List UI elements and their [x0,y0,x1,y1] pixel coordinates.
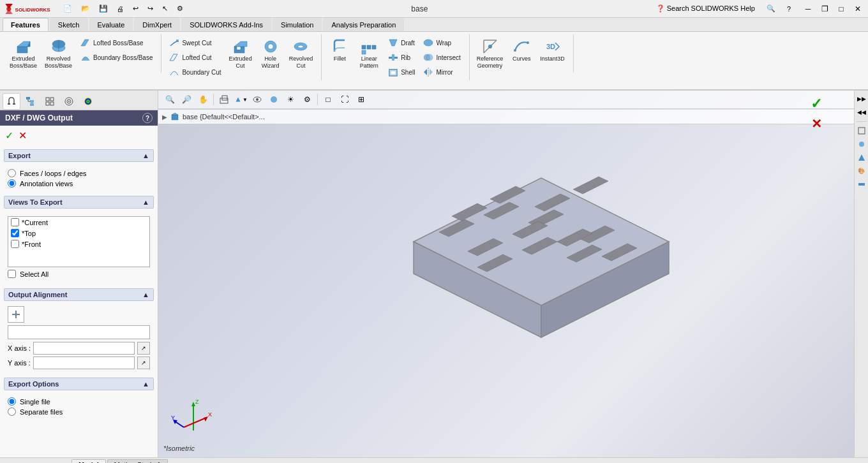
align-icon-box[interactable] [8,306,24,323]
swept-cut-btn[interactable]: Swept Cut [165,36,224,50]
options-btn[interactable]: ⚙ [172,3,188,15]
tab-dimxpert[interactable]: DimXpert [134,18,180,31]
question-btn[interactable]: ? [782,3,795,15]
boundary-cut-btn[interactable]: Boundary Cut [165,65,224,79]
view-display-btn[interactable]: ▼ [233,92,248,107]
mirror-btn[interactable]: Mirror [419,65,463,79]
single-file-radio[interactable] [8,397,16,406]
linear-pattern-btn[interactable]: LinearPattern [355,36,383,79]
scene-btn[interactable]: ☀ [283,92,298,107]
front-view-check[interactable] [11,240,19,248]
rs-btn-2[interactable] [856,138,867,150]
tab-model[interactable]: Model [71,459,106,463]
panel-tab-magnet[interactable] [3,93,20,110]
curves-btn[interactable]: Curves [507,36,535,71]
zoom-area-btn[interactable]: 🔎 [179,92,194,107]
panel-help-icon[interactable]: ? [142,113,153,123]
redo-btn[interactable]: ↪ [143,3,158,15]
tab-motion-study[interactable]: Motion Study 1 [107,459,168,463]
instant3d-btn[interactable]: 3D Instant3D [537,36,568,71]
nav-first-btn[interactable]: ◀◀ [5,458,20,464]
select-btn[interactable]: ↖ [158,3,172,15]
close-btn[interactable]: ✕ [850,2,865,16]
undo-btn[interactable]: ↩ [128,3,143,15]
x-axis-input[interactable] [33,342,135,355]
help-search-btn[interactable]: ❓ Search SOLIDWORKS Help [652,3,760,15]
current-view-check[interactable] [11,218,19,226]
view-orient-btn[interactable] [216,92,232,107]
nav-prev-btn[interactable]: ◀ [22,458,37,464]
rs-btn-5[interactable] [856,179,867,190]
panel-tab-color[interactable] [79,93,97,110]
list-item-front[interactable]: *Front [8,239,149,249]
minimize-btn[interactable]: ─ [800,2,816,16]
list-item-current[interactable]: *Current [8,217,149,228]
intersect-btn[interactable]: Intersect [419,50,463,64]
lofted-cut-btn[interactable]: Lofted Cut [165,50,224,64]
draft-btn[interactable]: Draft [384,36,418,50]
pan-btn[interactable]: ✋ [195,92,211,107]
shell-btn[interactable]: Shell [384,65,418,79]
separate-files-radio[interactable] [8,408,16,416]
x-axis-pick-btn[interactable]: ↗ [137,342,150,355]
export-faces-option[interactable]: Faces / loops / edges [8,169,150,177]
rs-expand-btn[interactable]: ▶▶ [856,93,867,105]
export-annotation-option[interactable]: Annotation views [8,179,150,187]
zoom-btn[interactable]: 🔍 [162,92,177,107]
rs-btn-4[interactable]: 🎨 [856,165,867,177]
fillet-btn[interactable]: Fillet [326,36,354,79]
revolved-cut-btn[interactable]: RevolvedCut [286,36,317,79]
top-view-check[interactable] [11,229,19,237]
panel-tab-grid[interactable] [41,93,59,110]
extruded-boss-base-btn[interactable]: ExtrudedBoss/Base [6,36,40,71]
tab-sketch[interactable]: Sketch [50,18,88,31]
edit-appearance-btn[interactable] [266,92,281,107]
alignment-main-input[interactable] [8,325,150,339]
tab-analysis[interactable]: Analysis Preparation [323,18,404,31]
full-screen-btn[interactable]: ⛶ [337,92,352,107]
list-item-top[interactable]: *Top [8,228,149,239]
alignment-section-header[interactable]: Output Alignment ▲ [4,288,154,301]
export-annotation-radio[interactable] [8,179,16,187]
export-options-section-header[interactable]: Export Options ▲ [4,378,154,390]
tab-evaluate[interactable]: Evaluate [89,18,133,31]
rib-btn[interactable]: Rib [384,50,418,64]
ok-button[interactable]: ✓ [5,129,13,142]
single-file-option[interactable]: Single file [8,397,150,406]
float-ok-checkmark[interactable]: ✓ [811,96,822,112]
cancel-button[interactable]: ✕ [19,129,27,142]
select-all-check[interactable] [8,270,16,278]
export-faces-radio[interactable] [8,169,16,177]
maximize-btn[interactable]: □ [834,2,849,16]
split-view-btn[interactable]: ⊞ [354,92,369,107]
reference-geometry-btn[interactable]: ReferenceGeometry [474,36,507,71]
open-btn[interactable]: 📂 [77,3,94,15]
boundary-boss-base-btn[interactable]: Boundary Boss/Base [77,50,156,64]
help-btn[interactable]: 🔍 [762,3,780,15]
hole-wizard-btn[interactable]: HoleWizard [257,36,285,79]
restore-btn[interactable]: ❐ [817,2,832,16]
nav-next-btn[interactable]: ▶ [38,458,54,464]
y-axis-input[interactable] [33,356,135,369]
rs-btn-3[interactable] [856,152,867,163]
revolved-boss-base-btn[interactable]: RevolvedBoss/Base [41,36,75,71]
save-btn[interactable]: 💾 [94,3,112,15]
view-setting-btn[interactable]: ⚙ [299,92,315,107]
extruded-cut-btn[interactable]: ExtrudedCut [226,36,255,79]
tab-simulation[interactable]: Simulation [273,18,322,31]
rs-btn-1[interactable] [856,125,867,136]
wrap-btn[interactable]: Wrap [419,36,463,50]
nav-last-btn[interactable]: ▶▶ [55,458,70,464]
float-cancel-x[interactable]: ✕ [811,116,822,131]
separate-files-option[interactable]: Separate files [8,408,150,416]
y-axis-pick-btn[interactable]: ↗ [137,356,150,369]
rs-collapse-btn[interactable]: ◀◀ [856,107,867,118]
tab-features[interactable]: Features [3,18,49,31]
hide-show-btn[interactable] [250,92,265,107]
panel-tab-target[interactable] [60,93,78,110]
panel-tab-tree[interactable] [22,93,40,110]
tab-addins[interactable]: SOLIDWORKS Add-Ins [181,18,271,31]
display-state-btn[interactable]: □ [320,92,336,107]
lofted-boss-base-btn[interactable]: Lofted Boss/Base [77,36,156,50]
new-btn[interactable]: 📄 [59,3,77,15]
